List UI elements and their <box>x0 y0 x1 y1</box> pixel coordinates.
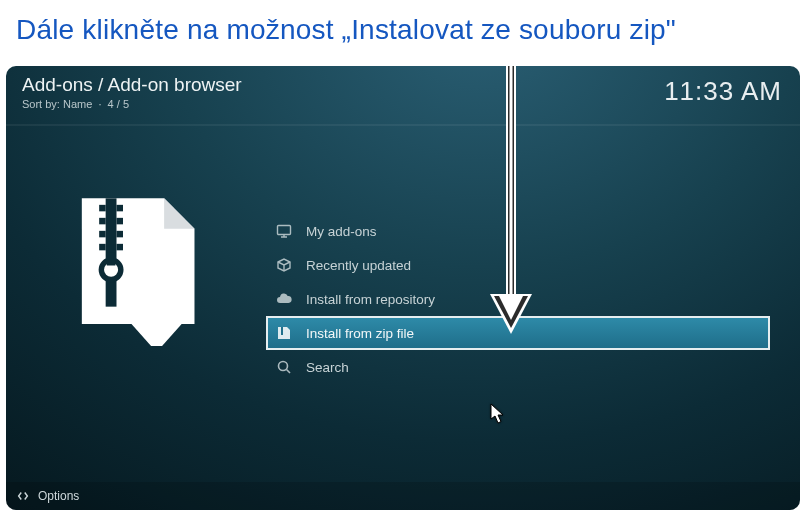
svg-rect-13 <box>281 327 283 335</box>
clock: 11:33 AM <box>664 76 782 107</box>
options-label[interactable]: Options <box>38 489 79 503</box>
svg-rect-5 <box>99 231 105 237</box>
menu-item-label: Recently updated <box>306 258 411 273</box>
search-icon <box>276 359 292 375</box>
svg-rect-8 <box>116 244 122 250</box>
content-body: My add-ons Recently updated <box>6 124 800 482</box>
svg-rect-11 <box>142 297 170 323</box>
svg-rect-7 <box>99 244 105 250</box>
dot-sep: · <box>95 98 104 110</box>
svg-rect-10 <box>107 252 116 265</box>
zip-download-icon <box>71 194 201 344</box>
svg-rect-6 <box>116 231 122 237</box>
svg-rect-3 <box>99 218 105 224</box>
menu-item-install-zip[interactable]: Install from zip file <box>266 316 770 350</box>
menu-item-label: Install from repository <box>306 292 435 307</box>
sort-info: Sort by: Name · 4 / 5 <box>22 98 242 110</box>
options-icon[interactable] <box>16 489 30 503</box>
breadcrumb: Add-ons / Add-on browser <box>22 74 242 96</box>
page-indicator: 4 / 5 <box>108 98 129 110</box>
sort-label: Sort by: Name <box>22 98 92 110</box>
svg-rect-12 <box>278 226 291 235</box>
svg-rect-2 <box>116 205 122 211</box>
box-icon <box>276 257 292 273</box>
menu-item-label: Install from zip file <box>306 326 414 341</box>
menu-item-label: My add-ons <box>306 224 377 239</box>
annotation-caption: Dále klikněte na možnost „Instalovat ze … <box>0 0 806 66</box>
menu-item-recently-updated[interactable]: Recently updated <box>266 248 770 282</box>
svg-point-14 <box>279 362 288 371</box>
menu-item-my-addons[interactable]: My add-ons <box>266 214 770 248</box>
top-bar: Add-ons / Add-on browser Sort by: Name ·… <box>6 66 800 124</box>
zip-icon <box>276 325 292 341</box>
footer-bar: Options <box>6 482 800 510</box>
svg-rect-4 <box>116 218 122 224</box>
menu-item-install-repository[interactable]: Install from repository <box>266 282 770 316</box>
menu-item-search[interactable]: Search <box>266 350 770 384</box>
menu-item-label: Search <box>306 360 349 375</box>
left-pane <box>6 124 266 482</box>
screen-icon <box>276 223 292 239</box>
cloud-icon <box>276 291 292 307</box>
svg-rect-1 <box>99 205 105 211</box>
kodi-window: Add-ons / Add-on browser Sort by: Name ·… <box>6 66 800 510</box>
menu-list: My add-ons Recently updated <box>266 124 800 482</box>
